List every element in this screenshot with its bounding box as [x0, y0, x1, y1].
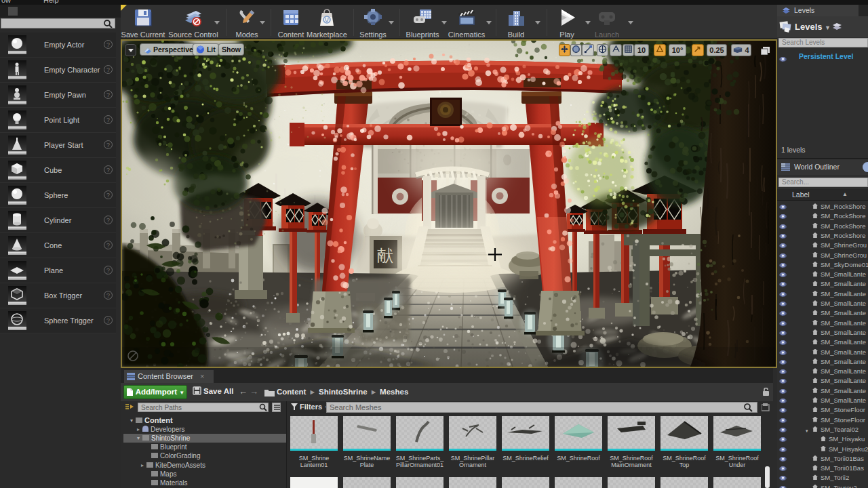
svg-text:献: 献: [377, 246, 393, 264]
